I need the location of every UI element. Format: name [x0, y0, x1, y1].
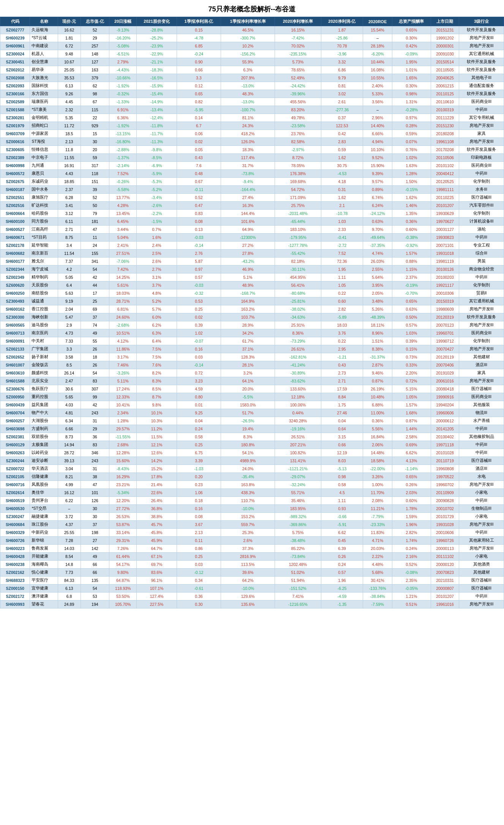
table-cell: 康旭医疗 [30, 194, 58, 202]
table-cell: 大族激光 [30, 74, 58, 82]
table-row: SH600091中关村7.33554.12%6.4%-0.0761.7%-73.… [0, 337, 504, 345]
table-cell: 37.1% [221, 345, 275, 353]
table-cell: 1.31% [392, 98, 431, 106]
table-cell: -9.13% [109, 26, 137, 34]
column-header: 20日涨幅 [109, 17, 137, 26]
table-cell: 131.41% [275, 457, 321, 465]
table-cell: 19961108 [431, 138, 459, 146]
table-cell: 82.18% [275, 258, 321, 266]
table-row: SZ002012易华录25.05163-4.43%-18.3%0.666.3%7… [0, 66, 504, 74]
table-cell: 0.03 [177, 353, 221, 361]
table-cell: 14.25% [109, 273, 137, 281]
table-cell: 20101207 [431, 202, 459, 210]
table-cell: 5.33% [363, 90, 392, 98]
table-cell: 6.13 [58, 82, 81, 90]
table-cell: 72.36 [321, 258, 363, 266]
table-cell: 0.04 [177, 417, 221, 425]
table-cell: 南纺股份 [30, 289, 58, 297]
table-cell: 延华智能 [30, 242, 58, 250]
table-cell: 1.15% [392, 266, 431, 273]
table-cell: *ST交昂 [30, 505, 58, 513]
table-cell: 11.86% [109, 345, 137, 353]
table-cell: 医药商业III [459, 329, 504, 337]
table-cell: -18.3% [137, 66, 177, 74]
table-cell: -369.86% [275, 521, 321, 529]
table-cell: 20061215 [431, 82, 459, 90]
table-cell: 以岭药业 [30, 449, 58, 457]
table-cell: 84.33 [58, 577, 81, 585]
table-cell: 10.41% [109, 401, 137, 409]
table-cell: 101.6% [221, 218, 275, 226]
table-cell: -4.78 [177, 34, 221, 42]
table-cell: 0.59 [321, 146, 363, 154]
table-cell: 135.6% [221, 601, 275, 608]
table-cell: 3.32 [321, 58, 363, 66]
table-cell: *ST康美 [30, 106, 58, 114]
table-cell: SH600519 [0, 497, 30, 505]
table-cell: 其它通用机械 [459, 50, 504, 58]
table-cell: 0.81 [321, 82, 363, 90]
table-cell: 30.6 [58, 385, 81, 393]
table-cell: 软件开发及服务 [459, 58, 504, 66]
table-cell: -179.95% [275, 234, 321, 242]
table-cell: 扬子新材 [30, 353, 58, 361]
table-cell: -0.05% [392, 585, 431, 593]
table-cell: -5.13 [321, 465, 363, 473]
table-cell: 天辰股份 [30, 281, 58, 289]
table-cell: 医疗器械III [459, 585, 504, 593]
table-cell: 4.71% [363, 537, 392, 545]
table-cell: 66 [81, 569, 109, 577]
table-cell: 20191029 [431, 369, 459, 377]
table-cell: SZ300247 [0, 513, 30, 521]
table-cell: 2816.9% [221, 553, 275, 561]
table-cell: 53.50% [109, 593, 137, 601]
table-cell: 1.46% [392, 202, 431, 210]
table-cell: SZ002172 [0, 593, 30, 601]
table-cell: 南京新百 [30, 250, 58, 258]
table-cell: 奥佳华 [30, 489, 58, 497]
table-cell: 宜华健康 [30, 585, 58, 593]
table-cell: 19970627 [431, 218, 459, 226]
table-cell: 专业工程 [459, 242, 504, 250]
table-cell: 贵州茅台 [30, 497, 58, 505]
table-cell: 6.3% [221, 66, 275, 74]
table-row: SH600129太极集团14.94832.68%12.1%0.25180.8%2… [0, 441, 504, 449]
table-cell: 2.71 [321, 377, 363, 385]
table-cell: 42 [81, 273, 109, 281]
table-cell: 房地产开发III [459, 601, 504, 608]
table-cell: 6.86 [321, 66, 363, 74]
table-cell: 0.15% [392, 345, 431, 353]
table-cell: 9.19 [58, 297, 81, 305]
table-cell: SZ600620 [0, 281, 30, 289]
table-cell: 酒店III [459, 465, 504, 473]
table-cell: 0.57% [392, 321, 431, 329]
table-cell: 6.8 [58, 593, 81, 601]
table-cell: -6.20% [363, 50, 392, 58]
table-cell: 6.66 [58, 425, 81, 433]
table-cell: 小家电 [459, 553, 504, 561]
table-cell: 1.11 [321, 497, 363, 505]
table-cell: 2.82% [392, 529, 431, 537]
table-cell: 135 [81, 577, 109, 585]
table-cell: 35.53 [58, 74, 81, 82]
table-row: SZ002093国脉科技6.1362-1.92%-15.9%0.12-13.0%… [0, 82, 504, 90]
table-cell: 化学制剂 [459, 210, 504, 218]
table-cell: 19991202 [431, 34, 459, 42]
table-cell: -38.84% [363, 593, 392, 601]
table-cell: 0.82 [177, 98, 221, 106]
table-cell: 0.28% [392, 122, 431, 130]
column-header: 2021股价变化 [137, 17, 177, 26]
table-cell: 81.1% [221, 114, 275, 122]
table-cell: 54 [81, 266, 109, 273]
table-cell: 1.87 [321, 26, 363, 34]
table-cell: -30.11% [275, 266, 321, 273]
table-cell: 迪安诊断 [30, 457, 58, 465]
table-cell: 家具 [459, 130, 504, 138]
table-cell: SZ300281 [0, 114, 30, 122]
table-cell: 55 [81, 337, 109, 345]
table-cell: 20070406 [431, 361, 459, 369]
table-cell: 4.74% [363, 250, 392, 258]
table-cell: -34.63% [275, 313, 321, 321]
table-cell: – [58, 505, 81, 513]
table-cell: 国中水务 [30, 186, 58, 194]
